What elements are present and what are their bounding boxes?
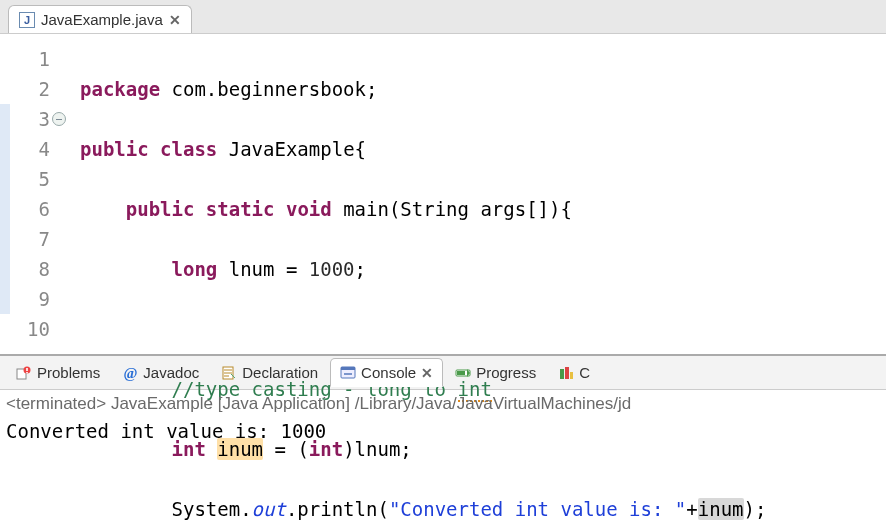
code-editor[interactable]: 1 2 3 – 4 5 6 7 8 9 10 package com.begin…: [0, 34, 886, 356]
progress-icon: [455, 365, 471, 381]
tab-javadoc[interactable]: @ Javadoc: [112, 358, 209, 387]
tab-label: Javadoc: [143, 364, 199, 381]
code-line: public class JavaExample{: [80, 134, 766, 164]
fold-collapse-icon[interactable]: –: [52, 112, 66, 126]
svg-rect-9: [560, 369, 564, 379]
code-line: package com.beginnersbook;: [80, 74, 766, 104]
declaration-icon: [221, 365, 237, 381]
svg-rect-8: [457, 371, 465, 375]
svg-rect-2: [26, 368, 28, 371]
line-number: 6: [39, 198, 50, 220]
line-number: 9: [39, 288, 50, 310]
line-number: 7: [39, 228, 50, 250]
tab-declaration[interactable]: Declaration: [211, 358, 328, 387]
line-number: 8: [39, 258, 50, 280]
tab-truncated[interactable]: C: [548, 358, 600, 387]
tab-label: Progress: [476, 364, 536, 381]
tab-label: Problems: [37, 364, 100, 381]
problems-icon: [16, 365, 32, 381]
code-line: public static void main(String args[]){: [80, 194, 766, 224]
code-line: System.out.println("Converted int value …: [80, 494, 766, 520]
tab-label: C: [579, 364, 590, 381]
tab-console[interactable]: Console ✕: [330, 358, 443, 387]
close-icon[interactable]: ✕: [169, 12, 181, 28]
java-file-icon: J: [19, 12, 35, 28]
tab-problems[interactable]: Problems: [6, 358, 110, 387]
code-line: [80, 314, 766, 344]
close-icon[interactable]: ✕: [421, 365, 433, 381]
editor-tab-label: JavaExample.java: [41, 11, 163, 28]
line-number: 10: [27, 318, 50, 340]
line-number: 1: [39, 48, 50, 70]
line-number: 4: [39, 138, 50, 160]
console-icon: [340, 365, 356, 381]
javadoc-icon: @: [122, 365, 138, 381]
line-number-gutter: 1 2 3 – 4 5 6 7 8 9 10: [0, 34, 56, 354]
code-line: long lnum = 1000;: [80, 254, 766, 284]
tab-label: Declaration: [242, 364, 318, 381]
svg-rect-6: [341, 367, 355, 370]
svg-rect-10: [565, 367, 569, 379]
code-content[interactable]: package com.beginnersbook; public class …: [56, 34, 766, 354]
svg-rect-11: [570, 372, 573, 379]
highlight-read: inum: [698, 498, 744, 520]
tab-progress[interactable]: Progress: [445, 358, 546, 387]
line-number: 5: [39, 168, 50, 190]
coverage-icon: [558, 365, 574, 381]
editor-tabstrip: J JavaExample.java ✕: [0, 0, 886, 34]
editor-tab-javaexample[interactable]: J JavaExample.java ✕: [8, 5, 192, 33]
line-number: 3: [39, 108, 50, 130]
tab-label: Console: [361, 364, 416, 381]
line-number: 2: [39, 78, 50, 100]
svg-rect-3: [26, 372, 28, 373]
